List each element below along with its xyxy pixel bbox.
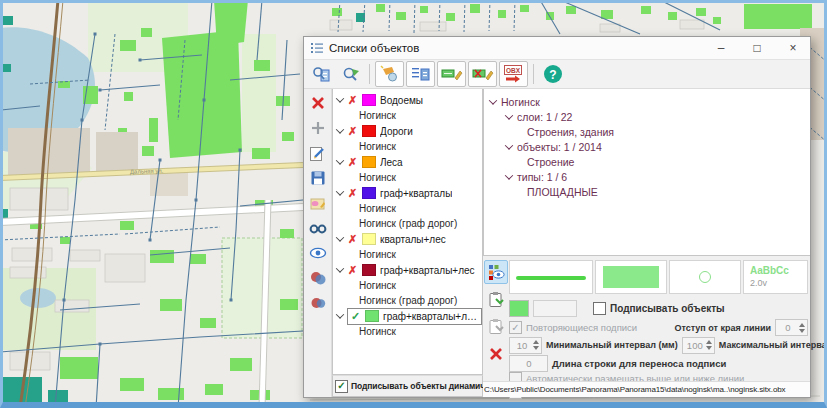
selection-overlay-1-icon[interactable] xyxy=(308,269,328,287)
layer-map-name[interactable]: Ногинск (граф дорог) xyxy=(335,293,482,308)
find-object-list-icon[interactable] xyxy=(308,62,335,86)
layer-list[interactable]: ✗ Водоемы Ногинск ✗ Дороги Ногинск ✗ Лес… xyxy=(332,89,483,375)
chevron-down-icon[interactable] xyxy=(336,310,344,318)
chevron-down-icon[interactable] xyxy=(336,125,344,133)
tree-root[interactable]: Ногинск xyxy=(490,94,804,109)
layer-label[interactable]: кварталы+лес xyxy=(380,234,446,245)
hidden-mark-icon[interactable]: ✗ xyxy=(347,126,358,137)
export-obx-icon[interactable]: OBX xyxy=(499,61,528,87)
show-on-map-eye-icon[interactable] xyxy=(308,244,328,262)
layer-label[interactable]: граф+кварталы xyxy=(380,188,452,199)
layer-color-swatch[interactable] xyxy=(362,187,376,199)
spinner-arrows[interactable] xyxy=(532,340,540,350)
layer-color-swatch[interactable] xyxy=(365,310,379,322)
tree-node[interactable]: объекты: 1 / 2014 xyxy=(490,139,804,154)
layer-map-name[interactable]: Ногинск xyxy=(335,108,482,123)
add-list-icon[interactable] xyxy=(308,119,328,137)
hidden-mark-icon[interactable]: ✗ xyxy=(347,265,358,276)
chevron-down-icon[interactable] xyxy=(336,264,344,272)
layer-item[interactable]: ✗ граф+кварталы+лес xyxy=(335,262,482,278)
label-color-swatch[interactable] xyxy=(509,300,529,317)
chevron-down-icon[interactable] xyxy=(489,96,497,104)
spinner-arrows[interactable] xyxy=(798,323,806,333)
layer-item-selected[interactable]: ✓ граф+кварталы+лес (пе... xyxy=(335,308,482,324)
layer-item[interactable]: ✗ Дороги xyxy=(335,123,482,139)
layer-map-name[interactable]: Ногинск xyxy=(335,324,482,339)
layer-map-name[interactable]: Ногинск xyxy=(335,201,482,216)
tree-node[interactable]: слои: 1 / 22 xyxy=(490,109,804,124)
style-previews: AaBbCc 2.0v xyxy=(509,260,808,294)
layer-label[interactable]: Водоемы xyxy=(380,95,423,106)
max-interval-input[interactable]: 100 xyxy=(682,337,715,354)
layer-label[interactable]: граф+кварталы+лес (пе... xyxy=(383,311,479,322)
layer-color-swatch[interactable] xyxy=(362,125,376,137)
tree-leaf[interactable]: Строение xyxy=(490,154,804,169)
hidden-mark-icon[interactable]: ✗ xyxy=(347,234,358,245)
layer-label[interactable]: Дороги xyxy=(380,126,413,137)
line-style-preview[interactable] xyxy=(509,260,593,294)
minimize-button[interactable]: – xyxy=(706,38,736,58)
close-button[interactable]: × xyxy=(778,38,808,58)
highlight-flashlight-icon[interactable] xyxy=(375,61,404,87)
remove-from-list-icon[interactable] xyxy=(468,61,497,87)
edge-offset-input[interactable]: 0 xyxy=(775,319,808,336)
chevron-down-icon[interactable] xyxy=(336,94,344,102)
tree-leaf[interactable]: ПЛОЩАДНЫЕ xyxy=(490,184,804,199)
point-style-preview[interactable] xyxy=(669,260,741,294)
layer-map-name[interactable]: Ногинск xyxy=(335,247,482,262)
layer-color-swatch[interactable] xyxy=(362,264,376,276)
find-selected-icon[interactable] xyxy=(337,62,364,86)
save-list-icon[interactable] xyxy=(308,169,328,187)
label-objects-checkbox[interactable] xyxy=(593,302,606,315)
object-lists-dialog: Списки объектов – □ × xyxy=(303,36,811,398)
min-interval-input[interactable]: 10 xyxy=(509,337,542,354)
chevron-down-icon[interactable] xyxy=(505,171,513,179)
chevron-down-icon[interactable] xyxy=(505,141,513,149)
maximize-button[interactable]: □ xyxy=(742,38,772,58)
fill-style-preview[interactable] xyxy=(595,260,667,294)
chevron-down-icon[interactable] xyxy=(505,111,513,119)
visible-mark-icon[interactable]: ✓ xyxy=(350,311,361,322)
text-style-preview[interactable]: AaBbCc 2.0v xyxy=(743,260,808,294)
layer-map-name[interactable]: Ногинск (граф дорог) xyxy=(335,216,482,231)
selection-tree[interactable]: Ногинск слои: 1 / 22 Строения, здания об… xyxy=(483,89,810,256)
tree-leaf[interactable]: Строения, здания xyxy=(490,124,804,139)
clear-style-icon[interactable] xyxy=(485,343,507,365)
hidden-mark-icon[interactable]: ✗ xyxy=(347,95,358,106)
layer-label[interactable]: граф+кварталы+лес xyxy=(380,265,475,276)
dynamic-labels-row[interactable]: Подписывать объекты динамически xyxy=(332,375,483,397)
edit-list-composition-icon[interactable] xyxy=(437,61,466,87)
copy-style-icon[interactable] xyxy=(485,289,507,311)
layer-color-swatch[interactable] xyxy=(362,94,376,106)
layer-item[interactable]: ✗ кварталы+лес xyxy=(335,231,482,247)
style-list-icon[interactable] xyxy=(308,194,328,212)
layer-label[interactable]: Леса xyxy=(380,157,403,168)
hidden-mark-icon[interactable]: ✗ xyxy=(347,157,358,168)
legend-view-icon[interactable] xyxy=(484,260,508,284)
chevron-down-icon[interactable] xyxy=(336,187,344,195)
object-list-filter-icon[interactable] xyxy=(406,61,435,87)
help-icon[interactable]: ? xyxy=(539,62,566,86)
chevron-down-icon[interactable] xyxy=(336,233,344,241)
layer-map-name[interactable]: Ногинск xyxy=(335,139,482,154)
layer-item[interactable]: ✗ граф+кварталы xyxy=(335,185,482,201)
selection-overlay-2-icon[interactable] xyxy=(308,294,328,312)
wrap-length-input[interactable]: 0 xyxy=(509,355,548,372)
layer-color-swatch[interactable] xyxy=(362,156,376,168)
dialog-titlebar[interactable]: Списки объектов – □ × xyxy=(304,37,810,60)
layer-item[interactable]: ✗ Водоемы xyxy=(335,92,482,108)
layer-map-name[interactable]: Ногинск xyxy=(335,278,482,293)
layer-item[interactable]: ✗ Леса xyxy=(335,154,482,170)
edge-offset-label: Отступ от края линии xyxy=(674,323,771,333)
layer-map-name[interactable]: Ногинск xyxy=(335,170,482,185)
selected-item-box[interactable]: ✓ граф+кварталы+лес (пе... xyxy=(347,308,482,325)
delete-list-icon[interactable] xyxy=(308,94,328,112)
chevron-down-icon[interactable] xyxy=(336,156,344,164)
hidden-mark-icon[interactable]: ✗ xyxy=(347,188,358,199)
layer-color-swatch[interactable] xyxy=(362,233,376,245)
find-binoculars-icon[interactable] xyxy=(308,219,328,237)
tree-node[interactable]: типы: 1 / 6 xyxy=(490,169,804,184)
edit-list-icon[interactable] xyxy=(308,144,328,162)
spinner-arrows[interactable] xyxy=(705,340,713,350)
dynamic-labels-checkbox[interactable] xyxy=(335,380,348,393)
